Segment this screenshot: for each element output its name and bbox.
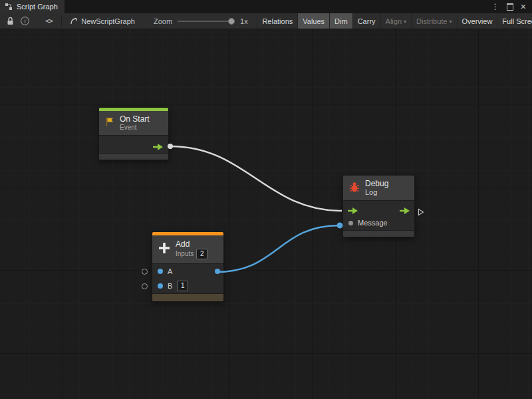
unconnected-port-indicator-a[interactable] bbox=[142, 269, 148, 275]
control-flow-row bbox=[343, 201, 414, 215]
lock-icon[interactable] bbox=[3, 13, 17, 29]
node-subtitle: Event bbox=[120, 124, 150, 132]
node-on-start[interactable]: On Start Event bbox=[98, 107, 169, 160]
graph-toolbar: i <> NewScriptGraph Zoom 1x Relations Va… bbox=[0, 13, 532, 29]
input-b-row: B 1 bbox=[152, 279, 223, 293]
node-title: Debug bbox=[365, 179, 388, 188]
wires-layer bbox=[0, 29, 532, 399]
button-label: Align bbox=[386, 17, 402, 25]
node-footer bbox=[99, 153, 168, 160]
zoom-control: Zoom 1x bbox=[154, 17, 248, 25]
button-label: Full Screen bbox=[502, 17, 532, 25]
zoom-label: Zoom bbox=[154, 17, 172, 25]
graph-canvas[interactable]: On Start Event bbox=[0, 29, 532, 399]
graph-name: NewScriptGraph bbox=[81, 17, 135, 25]
wire-value-add-to-message[interactable] bbox=[216, 225, 340, 272]
tab-script-graph[interactable]: Script Graph bbox=[0, 0, 65, 13]
toolbar-button-carry[interactable]: Carry bbox=[352, 13, 380, 29]
window-controls: ⋮ × bbox=[491, 0, 532, 13]
plus-icon bbox=[158, 241, 171, 257]
node-header[interactable]: Add Inputs 2 bbox=[152, 235, 223, 263]
button-label: Dim bbox=[334, 17, 348, 25]
node-body: A B 1 bbox=[152, 263, 223, 293]
node-footer bbox=[152, 293, 223, 301]
message-input-port[interactable] bbox=[348, 221, 353, 225]
script-graph-window: Script Graph ⋮ × i <> NewScriptGra bbox=[0, 0, 532, 399]
toolbar-button-overview[interactable]: Overview bbox=[457, 13, 497, 29]
node-header[interactable]: On Start Event bbox=[99, 111, 168, 135]
node-body bbox=[99, 135, 168, 153]
graph-asset-icon bbox=[70, 17, 78, 25]
input-a-port[interactable] bbox=[158, 269, 163, 274]
zoom-slider[interactable] bbox=[178, 21, 235, 22]
toolbar-button-values[interactable]: Values bbox=[297, 13, 329, 29]
inputs-label: Inputs bbox=[176, 250, 194, 258]
node-footer bbox=[343, 230, 414, 237]
button-label: Overview bbox=[462, 17, 493, 25]
node-body: Message bbox=[343, 200, 414, 230]
code-view-icon[interactable]: <> bbox=[42, 13, 56, 29]
toolbar-button-dim[interactable]: Dim bbox=[329, 13, 352, 29]
input-a-row: A bbox=[152, 264, 223, 279]
button-label: Values bbox=[303, 17, 325, 25]
toolbar-button-fullscreen[interactable]: Full Screen bbox=[497, 13, 532, 29]
port-label: A bbox=[168, 267, 172, 275]
control-output-row bbox=[99, 136, 168, 153]
toolbar-buttons: Relations Values Dim Carry Align▾ Distri… bbox=[257, 13, 532, 29]
node-header[interactable]: Debug Log bbox=[343, 176, 414, 200]
bug-icon bbox=[348, 181, 360, 196]
script-graph-icon bbox=[5, 3, 13, 11]
button-label: Distribute bbox=[416, 17, 447, 25]
titlebar: Script Graph ⋮ × bbox=[0, 0, 532, 13]
close-icon[interactable]: × bbox=[521, 2, 526, 11]
graph-asset-ref[interactable]: NewScriptGraph bbox=[67, 17, 138, 25]
toolbar-separator bbox=[61, 16, 62, 26]
port-label: B bbox=[168, 282, 172, 290]
node-debug-log[interactable]: Debug Log bbox=[342, 175, 415, 237]
zoom-slider-handle[interactable] bbox=[228, 18, 235, 25]
control-output-port[interactable] bbox=[153, 141, 163, 153]
button-label: Relations bbox=[262, 17, 293, 25]
toolbar-button-align[interactable]: Align▾ bbox=[380, 13, 411, 29]
flag-icon bbox=[104, 116, 115, 130]
info-icon[interactable]: i bbox=[17, 13, 33, 29]
button-label: Carry bbox=[358, 17, 376, 25]
chevron-down-icon: ▾ bbox=[450, 19, 452, 25]
node-title: Add bbox=[176, 239, 207, 249]
tab-title: Script Graph bbox=[17, 3, 58, 11]
toolbar-button-distribute[interactable]: Distribute▾ bbox=[411, 13, 456, 29]
unconnected-port-indicator-b[interactable] bbox=[142, 283, 148, 289]
window-menu-icon[interactable]: ⋮ bbox=[491, 3, 499, 11]
zoom-value: 1x bbox=[240, 17, 248, 25]
node-subtitle: Log bbox=[365, 188, 388, 197]
maximize-icon[interactable] bbox=[507, 3, 513, 11]
sum-output-port[interactable] bbox=[215, 269, 220, 274]
toolbar-button-relations[interactable]: Relations bbox=[257, 13, 297, 29]
chevron-down-icon: ▾ bbox=[404, 19, 406, 25]
input-b-port[interactable] bbox=[158, 283, 163, 289]
message-input-row: Message bbox=[343, 215, 414, 230]
inputs-count-field[interactable]: 2 bbox=[196, 249, 207, 259]
node-title: On Start bbox=[120, 114, 150, 124]
input-b-value-field[interactable]: 1 bbox=[177, 281, 188, 291]
node-add[interactable]: Add Inputs 2 A B 1 bbox=[152, 231, 224, 302]
flow-out-triangle-icon[interactable] bbox=[418, 207, 424, 219]
port-label: Message bbox=[358, 219, 388, 227]
wire-control-onstart-to-debug[interactable] bbox=[170, 146, 342, 211]
